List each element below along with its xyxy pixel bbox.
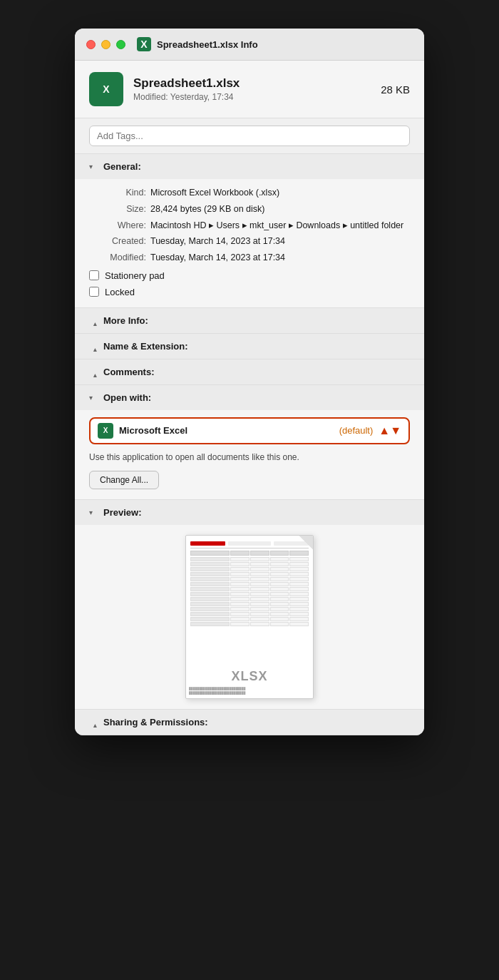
general-chevron-icon: ▾	[89, 163, 99, 170]
more-info-chevron-icon: ▸	[91, 315, 98, 325]
open-with-section: ▾ Open with: X Microsoft Excel (default)…	[75, 385, 424, 500]
dropdown-arrow-icon: ▲▼	[379, 424, 401, 437]
open-with-content: X Microsoft Excel (default) ▲▼ Use this …	[75, 410, 424, 499]
tags-input[interactable]	[89, 126, 410, 146]
file-icon-wrapper: X	[89, 72, 123, 106]
locked-label: Locked	[105, 287, 135, 297]
created-value: Tuesday, March 14, 2023 at 17:34	[150, 235, 410, 248]
modified-value: Tuesday, March 14, 2023 at 17:34	[150, 251, 410, 265]
title-bar-file-icon: X	[137, 37, 151, 51]
preview-chevron-icon: ▾	[89, 509, 99, 516]
change-all-button[interactable]: Change All...	[89, 471, 159, 489]
name-extension-chevron-icon: ▸	[91, 341, 98, 351]
name-extension-section: ▸ Name & Extension:	[75, 334, 424, 359]
minimize-button[interactable]	[101, 40, 110, 49]
stationery-row: Stationery pad	[89, 270, 410, 281]
tags-section	[75, 118, 424, 154]
preview-section: ▾ Preview:	[75, 500, 424, 710]
file-info: Spreadsheet1.xlsx Modified: Yesterday, 1…	[133, 76, 371, 102]
size-value: 28,424 bytes (29 KB on disk)	[150, 203, 410, 216]
window-title: Spreadsheet1.xlsx Info	[157, 39, 258, 50]
more-info-section: ▸ More Info:	[75, 308, 424, 334]
preview-section-header[interactable]: ▾ Preview:	[75, 500, 424, 525]
traffic-lights	[86, 40, 125, 49]
preview-content: XLSX ████████████████████████████ ██████…	[75, 525, 424, 709]
comments-section-header[interactable]: ▸ Comments:	[75, 359, 424, 384]
app-default: (default)	[339, 425, 374, 436]
file-modified: Modified: Yesterday, 17:34	[133, 92, 371, 102]
general-section-title: General:	[103, 161, 141, 172]
locked-row: Locked	[89, 287, 410, 297]
size-label: Size:	[89, 203, 146, 216]
info-window: X Spreadsheet1.xlsx Info X Spreadsheet1.…	[75, 29, 424, 735]
app-icon: X	[98, 423, 113, 439]
more-info-section-title: More Info:	[103, 315, 148, 326]
name-extension-section-title: Name & Extension:	[103, 341, 187, 352]
title-bar: X Spreadsheet1.xlsx Info	[75, 29, 424, 61]
sharing-section: ▸ Sharing & Permissions:	[75, 710, 424, 735]
preview-lines	[186, 536, 313, 633]
locked-checkbox[interactable]	[89, 287, 99, 297]
kind-label: Kind:	[89, 186, 146, 200]
stationery-label: Stationery pad	[105, 270, 165, 281]
sharing-chevron-icon: ▸	[91, 717, 98, 727]
open-with-description: Use this application to open all documen…	[89, 451, 410, 464]
name-extension-section-header[interactable]: ▸ Name & Extension:	[75, 334, 424, 359]
where-label: Where:	[89, 219, 146, 233]
file-icon: X	[89, 72, 123, 106]
more-info-section-header[interactable]: ▸ More Info:	[75, 308, 424, 333]
created-row: Created: Tuesday, March 14, 2023 at 17:3…	[89, 235, 410, 248]
open-with-section-title: Open with:	[103, 392, 151, 403]
general-section-header[interactable]: ▾ General:	[75, 154, 424, 179]
stationery-checkbox[interactable]	[89, 270, 99, 280]
preview-section-title: Preview:	[103, 507, 141, 518]
file-name: Spreadsheet1.xlsx	[133, 76, 371, 91]
sharing-section-header[interactable]: ▸ Sharing & Permissions:	[75, 710, 424, 735]
comments-section-title: Comments:	[103, 367, 155, 377]
size-row: Size: 28,424 bytes (29 KB on disk)	[89, 203, 410, 216]
created-label: Created:	[89, 235, 146, 248]
sharing-section-title: Sharing & Permissions:	[103, 717, 208, 728]
file-size: 28 KB	[381, 83, 410, 96]
modified-label: Modified:	[89, 251, 146, 265]
comments-chevron-icon: ▸	[91, 367, 98, 377]
app-selector[interactable]: X Microsoft Excel (default) ▲▼	[89, 417, 410, 444]
where-row: Where: Macintosh HD ▸ Users ▸ mkt_user ▸…	[89, 219, 410, 233]
preview-footer-text: ████████████████████████████ ███████████…	[189, 687, 310, 695]
open-with-chevron-icon: ▾	[89, 394, 99, 402]
file-header: X Spreadsheet1.xlsx Modified: Yesterday,…	[75, 61, 424, 118]
open-with-section-header[interactable]: ▾ Open with:	[75, 385, 424, 410]
where-value: Macintosh HD ▸ Users ▸ mkt_user ▸ Downlo…	[150, 219, 410, 233]
preview-xlsx-label: XLSX	[231, 669, 267, 684]
preview-image: XLSX ████████████████████████████ ██████…	[185, 535, 314, 699]
kind-value: Microsoft Excel Workbook (.xlsx)	[150, 186, 410, 200]
maximize-button[interactable]	[116, 40, 125, 49]
general-section-content: Kind: Microsoft Excel Workbook (.xlsx) S…	[75, 179, 424, 307]
general-section: ▾ General: Kind: Microsoft Excel Workboo…	[75, 154, 424, 308]
kind-row: Kind: Microsoft Excel Workbook (.xlsx)	[89, 186, 410, 200]
close-button[interactable]	[86, 40, 96, 49]
modified-row: Modified: Tuesday, March 14, 2023 at 17:…	[89, 251, 410, 265]
app-name: Microsoft Excel	[119, 425, 334, 436]
comments-section: ▸ Comments:	[75, 359, 424, 385]
